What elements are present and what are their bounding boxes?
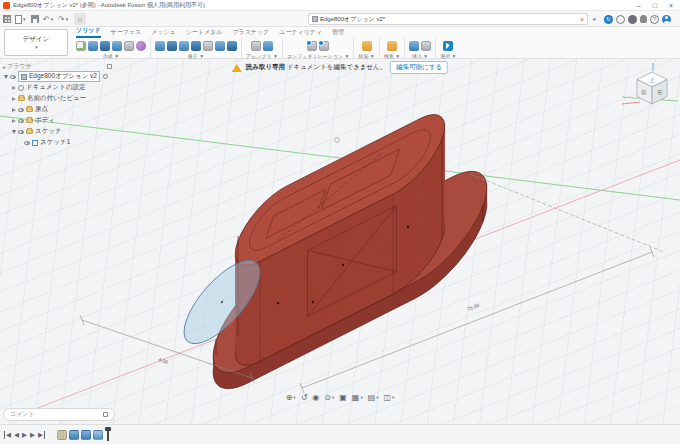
browser-item-named-views[interactable]: 名前の付いたビュー — [2, 93, 112, 104]
browser-item-sketch1[interactable]: スケッチ1 — [2, 137, 112, 148]
activate-radio-icon[interactable] — [103, 74, 108, 79]
notification-bell-icon[interactable] — [640, 15, 647, 23]
viewports-button[interactable]: ◫▾ — [384, 393, 395, 402]
minimize-button[interactable]: – — [637, 1, 641, 10]
canvas-icon[interactable] — [421, 41, 431, 51]
recent-clock-icon[interactable]: · — [616, 15, 625, 24]
expand-icon[interactable] — [12, 86, 16, 90]
configuration-icon[interactable] — [307, 41, 317, 51]
close-button[interactable]: × — [669, 1, 673, 10]
help-icon[interactable]: ? — [650, 15, 659, 24]
view-cube[interactable]: 上 前 右 — [622, 59, 678, 117]
tab-manage[interactable]: 管理 — [332, 28, 344, 38]
fillet-icon[interactable] — [155, 41, 165, 51]
viewcube-top-label[interactable]: 上 — [649, 77, 655, 83]
step-forward-button[interactable]: ▶ — [30, 431, 35, 439]
visibility-eye-icon[interactable] — [24, 141, 30, 145]
home-tab-button[interactable]: ⌂ — [74, 13, 86, 25]
make-editable-button[interactable]: 編集可能にする — [390, 61, 448, 74]
visibility-eye-icon[interactable] — [10, 75, 16, 79]
browser-item-document-settings[interactable]: ドキュメントの設定 — [2, 82, 112, 93]
visibility-eye-icon[interactable] — [18, 108, 24, 112]
orbit-button[interactable]: ↺ — [301, 393, 308, 402]
viewcube-right-label[interactable]: 右 — [657, 89, 663, 95]
form-icon[interactable] — [136, 41, 146, 51]
redo-button[interactable]: ↷▾ — [58, 13, 68, 25]
undo-button[interactable]: ↶▾ — [43, 13, 53, 25]
tab-utilities[interactable]: ユーティリティ — [279, 28, 322, 38]
browser-root-row[interactable]: Edge800オプション v2 — [2, 71, 112, 82]
sweep-icon[interactable] — [112, 41, 122, 51]
dimension-label-long[interactable]: 75.00 — [466, 302, 480, 312]
timeline-sketch-feature[interactable] — [57, 430, 67, 440]
browser-item-bodies[interactable]: ボディ — [2, 115, 112, 126]
grid-snaps-button[interactable]: ▤▾ — [368, 393, 379, 402]
zoom-button[interactable]: ⊙▾ — [324, 393, 334, 402]
model-canvas[interactable]: 75.00 4.00 読み取り専用 ドキュメントを編集できません。 編集可能にす… — [0, 59, 680, 424]
data-panel-toggle[interactable] — [3, 13, 11, 25]
measure-icon[interactable] — [387, 41, 397, 51]
tab-mesh[interactable]: メッシュ — [151, 28, 176, 38]
step-back-button[interactable]: ◀ — [14, 431, 19, 439]
timeline-extrude-feature[interactable] — [69, 430, 79, 440]
document-tab[interactable]: Edge800オプション v2* × — [308, 13, 588, 25]
new-document-tab-button[interactable]: + — [592, 13, 597, 25]
chamfer-icon[interactable] — [167, 41, 177, 51]
visibility-eye-icon[interactable] — [18, 130, 24, 134]
look-at-button[interactable]: ◉ — [312, 393, 319, 402]
timeline-extrude-feature[interactable] — [93, 430, 103, 440]
obround-boss-body[interactable] — [224, 101, 455, 380]
collapse-icon[interactable] — [12, 130, 16, 134]
split-icon[interactable] — [215, 41, 225, 51]
file-menu-button[interactable]: ▾ — [15, 13, 26, 25]
browser-item-sketches[interactable]: スケッチ — [2, 126, 112, 137]
press-pull-icon[interactable] — [203, 41, 213, 51]
tab-plastic[interactable]: プラスチック — [232, 28, 269, 38]
save-button[interactable] — [31, 13, 39, 25]
new-component-icon[interactable] — [251, 41, 261, 51]
timeline-position-marker[interactable] — [107, 428, 109, 441]
browser-item-origin[interactable]: 原点 — [2, 104, 112, 115]
pan-button[interactable]: ⊕▾ — [286, 393, 296, 402]
tab-solid[interactable]: ソリッド — [76, 26, 101, 38]
expand-icon[interactable] — [4, 75, 8, 79]
root-node-label[interactable]: Edge800オプション v2 — [29, 72, 97, 81]
construction-plane-icon[interactable] — [362, 41, 372, 51]
item-label[interactable]: ボディ — [35, 116, 55, 125]
align-icon[interactable] — [227, 41, 237, 51]
extrude-icon[interactable] — [88, 41, 98, 51]
tab-surface[interactable]: サーフェス — [111, 28, 142, 38]
play-button[interactable]: ▶ — [22, 431, 27, 439]
combine-icon[interactable] — [191, 41, 201, 51]
extensions-icon[interactable] — [628, 15, 637, 24]
select-cursor-icon[interactable] — [443, 41, 453, 51]
timeline-extrude-feature[interactable] — [81, 430, 91, 440]
expand-comments-icon[interactable] — [103, 412, 108, 417]
viewcube-front-label[interactable]: 前 — [641, 89, 647, 95]
item-label[interactable]: スケッチ — [35, 127, 62, 136]
visibility-eye-icon[interactable] — [18, 119, 24, 123]
pattern-icon[interactable] — [124, 41, 134, 51]
skip-to-end-button[interactable]: ▶ — [38, 431, 45, 439]
comments-bar[interactable]: コメント — [3, 408, 115, 421]
config-table-icon[interactable] — [319, 41, 329, 51]
expand-icon[interactable] — [12, 119, 16, 123]
insert-mesh-icon[interactable] — [409, 41, 419, 51]
user-avatar[interactable] — [662, 15, 671, 24]
workspace-selector[interactable]: デザイン ▾ — [4, 29, 68, 56]
browser-pin-icon[interactable] — [107, 64, 112, 69]
maximize-button[interactable]: □ — [653, 1, 657, 10]
skip-to-start-button[interactable]: ◀ — [4, 431, 11, 439]
fit-button[interactable]: ▣ — [339, 393, 347, 402]
expand-icon[interactable] — [12, 97, 16, 101]
tab-sheetmetal[interactable]: シートメタル — [186, 28, 223, 38]
job-status-icon[interactable]: ↻ — [604, 15, 613, 24]
display-settings-button[interactable]: ▦▾ — [352, 393, 363, 402]
item-label[interactable]: ドキュメントの設定 — [26, 83, 86, 92]
document-tab-close-icon[interactable]: × — [580, 16, 584, 23]
item-label[interactable]: 名前の付いたビュー — [27, 94, 86, 103]
joint-icon[interactable] — [263, 41, 273, 51]
item-label[interactable]: 原点 — [35, 105, 48, 114]
create-sketch-icon[interactable] — [76, 41, 86, 51]
item-label[interactable]: スケッチ1 — [40, 138, 70, 147]
